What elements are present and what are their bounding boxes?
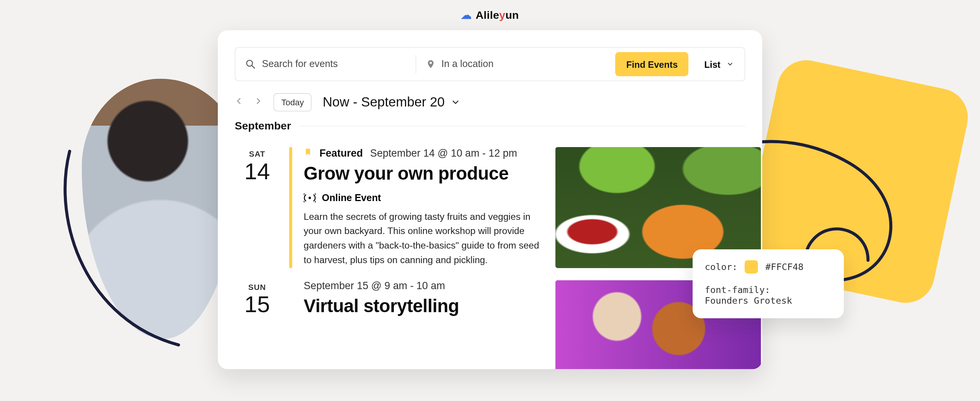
event-date: SAT 14	[235, 147, 279, 268]
event-title: Virtual storytelling	[304, 296, 546, 317]
event-dom: 14	[235, 160, 279, 183]
event-when: September 15 @ 9 am - 10 am	[304, 280, 445, 293]
decorative-person-photo	[82, 79, 239, 339]
cloud-icon: ☁	[461, 8, 472, 22]
event-item[interactable]: SUN 15 September 15 @ 9 am - 10 am Virtu…	[235, 277, 745, 369]
event-item[interactable]: SAT 14 Featured September 14 @ 10 am - 1…	[235, 139, 745, 277]
month-heading-text: September	[235, 120, 291, 133]
css-color-value: #FFCF48	[765, 262, 804, 272]
broadcast-icon	[304, 193, 316, 203]
event-dom: 15	[235, 293, 279, 316]
events-app-card: Find Events List Today Now - September 2…	[218, 30, 762, 369]
event-dow: SAT	[235, 149, 279, 159]
prev-button[interactable]	[235, 97, 243, 108]
date-toolbar: Today Now - September 20	[218, 81, 762, 115]
event-when: September 14 @ 10 am - 12 pm	[370, 147, 517, 160]
location-input[interactable]	[441, 59, 601, 69]
event-dow: SUN	[235, 283, 279, 292]
brand-name: Alileyun	[475, 9, 519, 21]
events-list: SAT 14 Featured September 14 @ 10 am - 1…	[218, 133, 762, 369]
event-body: September 15 @ 9 am - 10 am Virtual stor…	[304, 280, 546, 369]
search-icon	[245, 59, 256, 69]
css-font-value: Founders Grotesk	[705, 295, 832, 306]
event-body: Featured September 14 @ 10 am - 12 pm Gr…	[304, 147, 546, 268]
css-color-key: color:	[705, 262, 738, 272]
date-range-picker[interactable]: Now - September 20	[323, 94, 461, 110]
search-events-segment[interactable]	[235, 48, 415, 80]
svg-point-2	[309, 197, 311, 199]
chevron-down-icon	[451, 97, 460, 107]
color-swatch	[745, 260, 758, 273]
featured-label: Featured	[319, 147, 363, 160]
search-input[interactable]	[262, 59, 405, 69]
search-bar: Find Events List	[235, 47, 745, 81]
event-date: SUN 15	[235, 280, 279, 369]
featured-accent-bar	[289, 147, 292, 268]
view-selector-label: List	[704, 59, 720, 69]
style-snippet-card: color: #FFCF48 font-family: Founders Gro…	[693, 249, 844, 318]
next-button[interactable]	[254, 97, 263, 108]
date-range-label: Now - September 20	[323, 94, 445, 110]
spacer	[289, 280, 292, 369]
month-heading: September	[218, 115, 762, 133]
brand-logo: ☁ Alileyun	[461, 8, 519, 22]
online-event-label: Online Event	[322, 192, 381, 203]
svg-line-1	[252, 65, 255, 68]
divider	[299, 126, 745, 127]
find-events-button[interactable]: Find Events	[616, 52, 689, 76]
bookmark-icon	[304, 147, 312, 160]
today-button[interactable]: Today	[273, 93, 312, 111]
css-font-key: font-family:	[705, 285, 832, 295]
search-location-segment[interactable]	[416, 48, 611, 80]
view-selector[interactable]: List	[693, 59, 745, 69]
location-pin-icon	[426, 59, 435, 69]
event-title: Grow your own produce	[304, 164, 546, 184]
event-description: Learn the secrets of growing tasty fruit…	[304, 210, 546, 268]
chevron-down-icon	[727, 61, 734, 68]
